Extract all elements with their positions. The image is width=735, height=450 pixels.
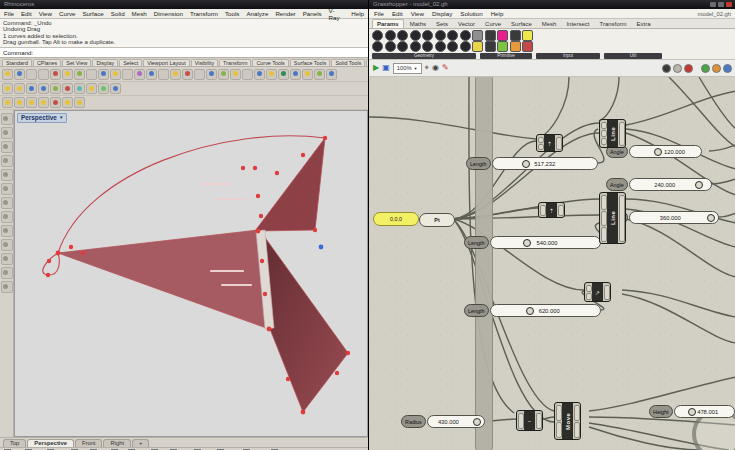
save-icon[interactable]: ▣ (382, 63, 390, 73)
slider-rail[interactable]: 517.232 (492, 157, 599, 170)
input-param[interactable] (538, 144, 544, 150)
toolbar-tab[interactable]: Transform (219, 59, 251, 67)
param-icon[interactable] (522, 30, 533, 41)
slider-knob[interactable] (473, 418, 481, 426)
slider-knob[interactable] (695, 181, 703, 189)
rhino-menu-item[interactable]: Render (275, 10, 295, 17)
rhino-menu-item[interactable]: Mesh (132, 10, 147, 17)
component-tab[interactable]: Transform (595, 20, 630, 28)
toolbar-icon[interactable] (50, 83, 61, 94)
slider-rail[interactable]: 478.001 (674, 405, 735, 418)
rhino-menu-item[interactable]: V-Ray (329, 7, 345, 21)
slider-rail[interactable]: 620.000 (490, 304, 602, 317)
sidebar-tool-icon[interactable] (1, 141, 13, 153)
toolbar-icon[interactable] (314, 69, 325, 80)
gh-menu-view[interactable]: View (411, 10, 424, 17)
toolbar-icon[interactable] (38, 83, 49, 94)
gh-menu-help[interactable]: Help (491, 10, 504, 17)
rhino-menu-item[interactable]: Surface (82, 10, 103, 17)
input-param[interactable] (601, 138, 607, 145)
output-param[interactable] (619, 195, 625, 242)
toolbar-icon[interactable] (182, 69, 193, 80)
slider-knob[interactable] (654, 148, 662, 156)
slider-rail[interactable]: 360.000 (629, 211, 719, 224)
toolbar-icon[interactable] (302, 69, 313, 80)
perspective-viewport[interactable]: Perspective ▼ (14, 110, 368, 437)
param-icon[interactable] (447, 41, 458, 52)
rhino-menu-item[interactable]: Analyze (246, 10, 268, 17)
input-param[interactable] (538, 137, 544, 143)
toolbar-icon[interactable] (122, 69, 133, 80)
gh-menu-display[interactable]: Display (432, 10, 452, 17)
input-param[interactable] (601, 227, 607, 242)
rhino-menu-item[interactable]: Panels (303, 10, 322, 17)
slider-length-3[interactable]: Length 620.000 (464, 304, 601, 317)
toolbar-icon[interactable] (50, 97, 61, 108)
preview-shaded-icon[interactable] (684, 64, 693, 73)
rhino-menu-item[interactable]: View (39, 10, 52, 17)
component-tab[interactable]: Curve (481, 20, 505, 28)
rhino-menu-item[interactable]: Solid (111, 10, 125, 17)
toolbar-icon[interactable] (98, 69, 109, 80)
param-group-label[interactable]: Primitive (480, 53, 532, 59)
param-icon[interactable] (372, 30, 383, 41)
toolbar-icon[interactable] (266, 69, 277, 80)
toolbar-icon[interactable] (206, 69, 217, 80)
slider-length-1[interactable]: Length 517.232 (466, 157, 598, 170)
param-icon[interactable] (510, 30, 521, 41)
toolbar-icon[interactable] (98, 83, 109, 94)
toolbar-icon[interactable] (218, 69, 229, 80)
param-icon[interactable] (485, 41, 496, 52)
toolbar-icon[interactable] (38, 69, 49, 80)
slider-angle-2[interactable]: Angle 240.000 (606, 178, 712, 191)
output-param[interactable] (574, 422, 580, 438)
param-icon[interactable] (410, 41, 421, 52)
viewport-title[interactable]: Perspective ▼ (17, 113, 67, 123)
sidebar-tool-icon[interactable] (1, 253, 13, 265)
toolbar-icon[interactable] (134, 69, 145, 80)
toolbar-icon[interactable] (290, 69, 301, 80)
component-tab[interactable]: Sets (432, 20, 452, 28)
param-group-label[interactable]: Util (604, 53, 662, 59)
param-icon[interactable] (397, 41, 408, 52)
unit-vector-component[interactable]: ⇡ (538, 202, 565, 218)
toolbar-icon[interactable] (170, 69, 181, 80)
output-param[interactable] (556, 137, 562, 150)
input-param[interactable] (556, 422, 562, 438)
slider-knob[interactable] (523, 239, 531, 247)
slider-height[interactable]: Height 478.001 (649, 405, 735, 418)
toolbar-icon[interactable] (230, 69, 241, 80)
sidebar-tool-icon[interactable] (1, 211, 13, 223)
panel-component[interactable]: 0,0,0 (373, 212, 419, 226)
param-icon[interactable] (522, 41, 533, 52)
toolbar-icon[interactable] (26, 69, 37, 80)
toolbar-icon[interactable] (38, 97, 49, 108)
preview-off-icon[interactable] (662, 64, 671, 73)
toolbar-tab[interactable]: Select (119, 59, 142, 67)
slider-rail[interactable]: 540.000 (490, 236, 602, 249)
toolbar-icon[interactable] (74, 97, 85, 108)
selected-point[interactable] (319, 245, 324, 250)
toolbar-tab[interactable]: Solid Tools (331, 59, 365, 67)
input-param[interactable] (601, 195, 607, 210)
param-group-label[interactable]: Input (536, 53, 600, 59)
output-param[interactable] (536, 413, 542, 429)
solver-blue-icon[interactable] (723, 64, 732, 73)
slider-knob[interactable] (522, 160, 530, 168)
rhino-menu-item[interactable]: Dimension (154, 10, 183, 17)
sidebar-tool-icon[interactable] (1, 183, 13, 195)
solver-green-icon[interactable] (701, 64, 710, 73)
param-icon[interactable] (497, 41, 508, 52)
toolbar-icon[interactable] (86, 69, 97, 80)
open-document-icon[interactable]: ▶ (373, 63, 379, 73)
sidebar-tool-icon[interactable] (1, 197, 13, 209)
viewport-tab[interactable]: Perspective (27, 439, 74, 448)
toolbar-icon[interactable] (254, 69, 265, 80)
toolbar-tab[interactable]: CPlanes (33, 59, 61, 67)
component-tab[interactable]: Extra (633, 20, 655, 28)
toolbar-icon[interactable] (242, 69, 253, 80)
toolbar-icon[interactable] (14, 83, 25, 94)
rhino-command-input[interactable]: Command: (0, 48, 368, 58)
viewport-tab[interactable]: Top (3, 439, 26, 448)
slider-knob[interactable] (526, 307, 534, 315)
